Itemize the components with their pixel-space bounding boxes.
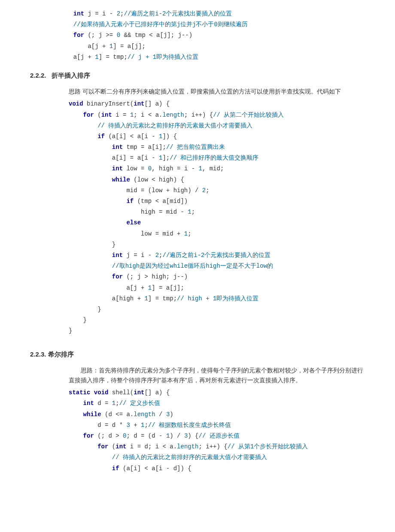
code-binary-insert: void binaryInsert(int[] a) { for (int i … [69, 99, 365, 336]
intro-2-2-3: 思路：首先将待排序的元素分为多个子序列，使得每个子序列的元素个数相对较少，对各个… [69, 366, 365, 385]
section-2-2-3-body: 思路：首先将待排序的元素分为多个子序列，使得每个子序列的元素个数相对较少，对各个… [69, 366, 365, 474]
section-2-2-2-body: 思路 可以不断二分有序序列来确定插入位置，即搜索插入位置的方法可以使用折半查找实… [69, 87, 365, 337]
code-fragment-top: int j = i - 2;//遍历之前i-2个元素找出要插入的位置 //如果待… [30, 9, 365, 63]
comment: //遍历之前i-2个元素找出要插入的位置 [124, 10, 232, 17]
comment: //取high是因为经过while循环后high一定是不大于low的 [112, 263, 273, 269]
heading-title-a: 希 [48, 351, 55, 358]
intro-2-2-2: 思路 可以不断二分有序序列来确定插入位置，即搜索插入位置的方法可以使用折半查找实… [69, 87, 365, 96]
comment: //如果待插入元素小于已排好序中的第j位并j不小于0则继续遍历 [73, 21, 248, 28]
heading-2-2-2: 2.2.2. 折半插入排序 [30, 70, 365, 81]
comment: // 待插入的元素比之前排好序的元素最大值小才需要插入 [97, 122, 252, 129]
code-shell-sort: static void shell(int[] a) { int d = 1;/… [69, 387, 365, 474]
heading-title-b: 尔排序 [55, 351, 74, 358]
heading-number: 2.2.2. [30, 72, 46, 79]
heading-2-2-3: 2.2.3. 希尔排序 [30, 349, 365, 360]
kw-int: int [73, 10, 84, 17]
kw-void: void [69, 100, 83, 107]
heading-title: 折半插入排序 [52, 72, 90, 79]
kw-for: for [73, 32, 84, 39]
comment: // j + 1即为待插入位置 [128, 54, 198, 60]
heading-number: 2.2.3. [30, 351, 46, 358]
comment: // 待插入的元素比之前排好序的元素最大值小才需要插入 [112, 454, 267, 461]
